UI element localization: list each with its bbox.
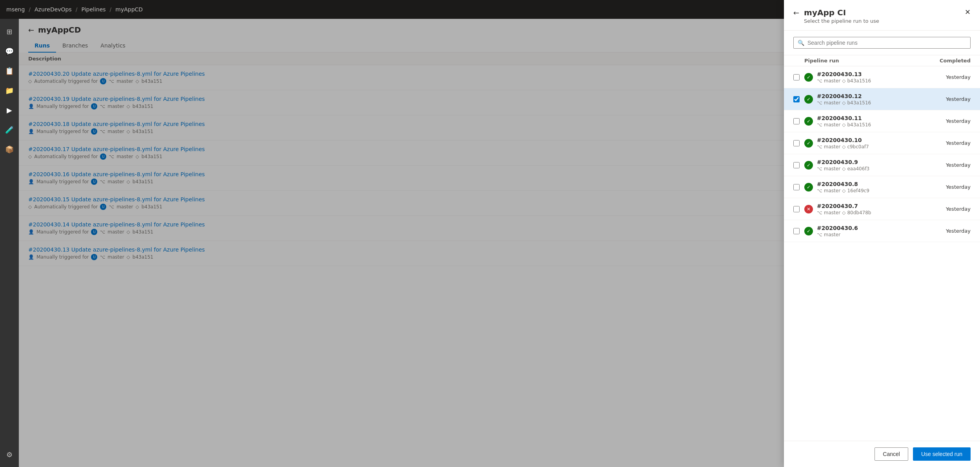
- run-failed-icon: ✕: [804, 205, 813, 213]
- artifact-icon[interactable]: 📦: [0, 140, 19, 159]
- run-info: #20200430.7 ⌥ master ◇80db478b: [817, 203, 935, 215]
- run-commit: b43a1516: [847, 78, 871, 84]
- run-meta: ⌥ master ◇16ef49c9: [817, 188, 935, 193]
- side-panel: ← myApp CI Select the pipeline run to us…: [784, 19, 980, 467]
- run-checkbox[interactable]: [793, 184, 800, 190]
- run-commit: c9bc0af7: [847, 144, 869, 150]
- run-checkbox-container: [793, 162, 804, 168]
- run-number: #20200430.9: [817, 159, 935, 165]
- run-row[interactable]: ✓ #20200430.6 ⌥ master Yesterday: [784, 220, 980, 242]
- run-checkbox[interactable]: [793, 140, 800, 146]
- run-info: #20200430.10 ⌥ master ◇c9bc0af7: [817, 137, 935, 150]
- run-checkbox[interactable]: [793, 162, 800, 168]
- run-status: ✓: [804, 95, 813, 104]
- run-branch: master: [824, 188, 840, 193]
- run-row[interactable]: ✓ #20200430.9 ⌥ master ◇eaa406f3 Yesterd…: [784, 154, 980, 176]
- run-number: #20200430.8: [817, 181, 935, 187]
- run-checkbox-container: [793, 184, 804, 190]
- home-icon[interactable]: ⊞: [0, 22, 19, 41]
- repo-icon[interactable]: 📁: [0, 81, 19, 100]
- sidebar: ⊞ 💬 📋 📁 ▶ 🧪 📦 ⚙: [0, 19, 19, 467]
- run-commit-icon: ◇: [842, 100, 845, 106]
- run-status: ✕: [804, 205, 813, 213]
- run-branch: master: [824, 166, 840, 171]
- run-commit-icon: ◇: [842, 166, 845, 171]
- chat-icon[interactable]: 💬: [0, 42, 19, 60]
- run-commit: eaa406f3: [847, 166, 869, 171]
- panel-search: 🔍: [784, 31, 980, 55]
- run-row[interactable]: ✓ #20200430.13 ⌥ master ◇b43a1516 Yester…: [784, 66, 980, 88]
- run-meta: ⌥ master ◇b43a1516: [817, 100, 935, 106]
- run-completed: Yesterday: [935, 162, 971, 168]
- breadcrumb-azuredevops[interactable]: AzureDevOps: [35, 6, 72, 13]
- run-row[interactable]: ✓ #20200430.12 ⌥ master ◇b43a1516 Yester…: [784, 88, 980, 110]
- run-checkbox-container: [793, 140, 804, 146]
- run-commit-icon: ◇: [842, 144, 845, 150]
- run-checkbox[interactable]: [793, 228, 800, 234]
- run-checkbox[interactable]: [793, 206, 800, 212]
- run-success-icon: ✓: [804, 183, 813, 192]
- run-branch: master: [824, 78, 840, 84]
- run-checkbox-container: [793, 74, 804, 80]
- run-status: ✓: [804, 227, 813, 235]
- run-row[interactable]: ✕ #20200430.7 ⌥ master ◇80db478b Yesterd…: [784, 198, 980, 220]
- run-checkbox[interactable]: [793, 96, 800, 102]
- breadcrumb-mseng[interactable]: mseng: [6, 6, 25, 13]
- run-branch-icon: ⌥: [817, 144, 822, 150]
- sep3: /: [110, 6, 112, 13]
- run-number: #20200430.10: [817, 137, 935, 143]
- run-row[interactable]: ✓ #20200430.11 ⌥ master ◇b43a1516 Yester…: [784, 110, 980, 132]
- run-completed: Yesterday: [935, 118, 971, 124]
- cancel-button[interactable]: Cancel: [875, 447, 908, 461]
- run-commit: 16ef49c9: [847, 188, 869, 193]
- run-success-icon: ✓: [804, 161, 813, 170]
- run-branch-icon: ⌥: [817, 100, 822, 106]
- run-checkbox[interactable]: [793, 74, 800, 80]
- run-status: ✓: [804, 73, 813, 82]
- run-info: #20200430.13 ⌥ master ◇b43a1516: [817, 71, 935, 84]
- col-pipeline-run: Pipeline run: [804, 58, 935, 64]
- panel-list-header: Pipeline run Completed: [784, 55, 980, 66]
- run-success-icon: ✓: [804, 117, 813, 126]
- run-success-icon: ✓: [804, 95, 813, 104]
- run-branch: master: [824, 232, 840, 237]
- run-branch: master: [824, 122, 840, 128]
- run-branch-icon: ⌥: [817, 232, 822, 237]
- run-success-icon: ✓: [804, 73, 813, 82]
- run-status: ✓: [804, 183, 813, 192]
- search-input[interactable]: [807, 40, 966, 46]
- test-icon[interactable]: 🧪: [0, 120, 19, 139]
- run-branch: master: [824, 100, 840, 106]
- run-number: #20200430.7: [817, 203, 935, 209]
- run-row[interactable]: ✓ #20200430.8 ⌥ master ◇16ef49c9 Yesterd…: [784, 176, 980, 198]
- run-checkbox-container: [793, 206, 804, 212]
- run-commit: 80db478b: [847, 210, 871, 215]
- run-row[interactable]: ✓ #20200430.10 ⌥ master ◇c9bc0af7 Yester…: [784, 132, 980, 154]
- run-commit-icon: ◇: [842, 188, 845, 193]
- run-success-icon: ✓: [804, 139, 813, 148]
- settings-icon[interactable]: ⚙: [0, 445, 19, 464]
- run-completed: Yesterday: [935, 74, 971, 80]
- run-checkbox[interactable]: [793, 118, 800, 124]
- run-meta: ⌥ master ◇b43a1516: [817, 78, 935, 84]
- breadcrumb-pipelines[interactable]: Pipelines: [82, 6, 106, 13]
- run-branch-icon: ⌥: [817, 210, 822, 215]
- run-number: #20200430.6: [817, 225, 935, 231]
- run-meta: ⌥ master ◇c9bc0af7: [817, 144, 935, 150]
- run-info: #20200430.9 ⌥ master ◇eaa406f3: [817, 159, 935, 171]
- breadcrumb-myappcd[interactable]: myAppCD: [115, 6, 143, 13]
- panel-header: ← myApp CI Select the pipeline run to us…: [784, 19, 980, 31]
- pipelines-icon[interactable]: ▶: [0, 100, 19, 119]
- run-number: #20200430.12: [817, 93, 935, 99]
- run-meta: ⌥ master ◇eaa406f3: [817, 166, 935, 171]
- run-meta: ⌥ master: [817, 232, 935, 237]
- panel-run-list: ✓ #20200430.13 ⌥ master ◇b43a1516 Yester…: [784, 66, 980, 441]
- work-icon[interactable]: 📋: [0, 61, 19, 80]
- run-info: #20200430.11 ⌥ master ◇b43a1516: [817, 115, 935, 128]
- run-commit-icon: ◇: [842, 210, 845, 215]
- run-info: #20200430.8 ⌥ master ◇16ef49c9: [817, 181, 935, 193]
- use-selected-run-button[interactable]: Use selected run: [913, 447, 971, 461]
- run-number: #20200430.11: [817, 115, 935, 121]
- sep1: /: [29, 6, 31, 13]
- run-completed: Yesterday: [935, 140, 971, 146]
